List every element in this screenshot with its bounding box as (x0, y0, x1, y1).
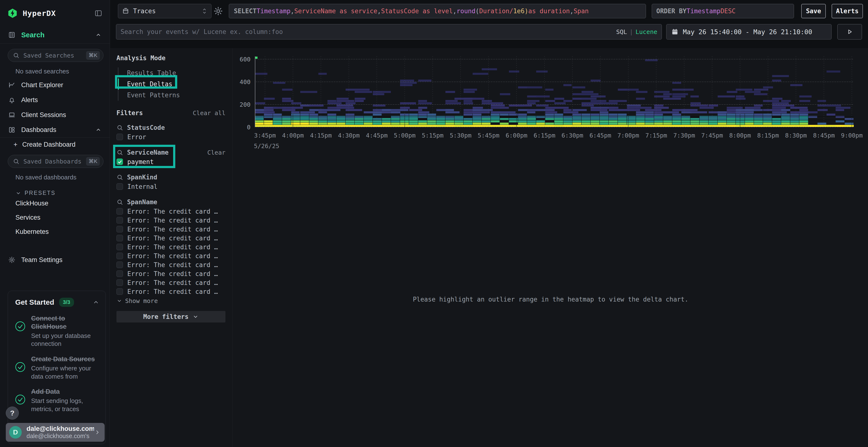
filter-option-label: Error: The credit card … (127, 252, 218, 260)
checkbox-unchecked[interactable] (117, 253, 123, 259)
preset-services[interactable]: Services (0, 210, 110, 225)
filter-option-error-the-credit-card-[interactable]: Error: The credit card … (117, 251, 225, 260)
sql-token: ) (524, 7, 528, 15)
more-filters-button[interactable]: More filters (117, 311, 225, 322)
sidebar-item-team-settings[interactable]: Team Settings (0, 252, 110, 267)
sidebar-item-chart-explorer[interactable]: Chart Explorer (0, 77, 110, 93)
duration-heatmap[interactable] (255, 56, 854, 127)
clear-filter-link[interactable]: Clear (207, 149, 225, 156)
filter-option-error[interactable]: Error (117, 133, 225, 141)
checkbox-unchecked[interactable] (117, 279, 123, 286)
gear-icon (8, 256, 16, 264)
filter-option-error-the-credit-card-[interactable]: Error: The credit card … (117, 207, 225, 216)
filter-option-label: Error: The credit card … (127, 279, 218, 286)
create-dashboard-button[interactable]: + Create Dashboard (0, 138, 110, 151)
filter-option-error-the-credit-card-[interactable]: Error: The credit card … (117, 225, 225, 234)
user-menu[interactable]: D dale@clickhouse.com dale@clickhouse.co… (6, 423, 105, 442)
presets-toggle[interactable]: PRESETS (0, 183, 110, 196)
get-started-step-add-data[interactable]: Add Data Start sending logs, metrics, or… (8, 382, 105, 415)
filter-group-header[interactable]: StatusCode (117, 123, 225, 133)
x-tick-label: 6:00pm (506, 132, 527, 139)
get-started-step-connect[interactable]: Connect to ClickHouse Set up your databa… (8, 309, 105, 350)
filter-option-error-the-credit-card-[interactable]: Error: The credit card … (117, 278, 225, 287)
sql-select-input[interactable]: SELECT Timestamp, ServiceName as service… (229, 4, 646, 18)
source-select-value: Traces (133, 7, 156, 15)
filter-option-error-the-credit-card-[interactable]: Error: The credit card … (117, 269, 225, 278)
get-started-header[interactable]: Get Started 3/3 (8, 291, 105, 309)
show-more-link[interactable]: Show more (117, 296, 225, 306)
sidebar-item-dashboards[interactable]: Dashboards (0, 122, 110, 137)
saved-searches-input[interactable] (23, 52, 86, 59)
x-tick-label: 4:15pm (310, 132, 332, 139)
clear-all-filters-link[interactable]: Clear all (193, 110, 225, 116)
preset-clickhouse[interactable]: ClickHouse (0, 196, 110, 210)
sql-token: , (453, 7, 457, 15)
filter-option-error-the-credit-card-[interactable]: Error: The credit card … (117, 243, 225, 251)
filter-option-payment[interactable]: payment (117, 157, 225, 166)
show-more-label: Show more (125, 298, 158, 304)
analysis-mode-option-results-table[interactable]: Results Table (118, 67, 225, 78)
analysis-mode-option-event-deltas[interactable]: Event Deltas (118, 78, 225, 90)
time-range-picker[interactable]: May 26 15:40:00 - May 26 21:10:00 (666, 24, 832, 39)
checkbox-unchecked[interactable] (117, 183, 123, 190)
checkbox-unchecked[interactable] (117, 134, 123, 140)
filter-group-servicename: ServiceNameClearpayment (117, 148, 225, 166)
checkbox-unchecked[interactable] (117, 235, 123, 241)
lang-lucene[interactable]: Lucene (636, 28, 657, 35)
filter-option-error-the-credit-card-[interactable]: Error: The credit card … (117, 216, 225, 225)
sql-token: / (509, 7, 513, 15)
sql-token: Duration (479, 7, 509, 15)
filter-option-internal[interactable]: Internal (117, 182, 225, 191)
checkbox-unchecked[interactable] (117, 288, 123, 295)
sidebar-collapse-icon[interactable] (94, 9, 102, 18)
checkbox-unchecked[interactable] (117, 244, 123, 250)
checkbox-unchecked[interactable] (117, 271, 123, 277)
save-button[interactable]: Save (801, 4, 826, 18)
y-tick-label: 400 (233, 78, 250, 85)
checkbox-unchecked[interactable] (117, 208, 123, 215)
checkbox-unchecked[interactable] (117, 262, 123, 268)
avatar: D (9, 426, 22, 439)
checkbox-unchecked[interactable] (117, 226, 123, 232)
run-query-button[interactable] (837, 24, 862, 39)
sidebar-item-client-sessions[interactable]: Client Sessions (0, 107, 110, 122)
filter-option-error-the-credit-card-[interactable]: Error: The credit card … (117, 234, 225, 243)
sql-orderby-input[interactable]: ORDER BY Timestamp DESC (652, 4, 794, 18)
event-search-input[interactable] (121, 28, 613, 35)
sidebar-item-search[interactable]: Search (0, 27, 110, 43)
analysis-mode-title: Analysis Mode (117, 55, 225, 62)
delta-chart-placeholder-message: Please highlight an outlier range in the… (233, 296, 868, 303)
filter-option-error-the-credit-card-[interactable]: Error: The credit card … (117, 287, 225, 296)
x-tick-label: 3:45pm (254, 132, 276, 139)
y-tick-label: 0 (233, 124, 250, 131)
source-select[interactable]: Traces (118, 4, 212, 18)
get-started-step-sources[interactable]: Create Data Sources Configure where your… (8, 350, 105, 382)
search-icon (13, 158, 20, 165)
saved-searches-pill[interactable]: ⌘K (8, 49, 103, 62)
app-title: HyperDX (23, 9, 56, 18)
chevron-up-icon (95, 127, 101, 133)
saved-dashboards-pill[interactable]: ⌘K (8, 155, 103, 168)
filter-group-header[interactable]: SpanName (117, 197, 225, 207)
x-tick-label: 8:00pm (729, 132, 751, 139)
x-tick-label: 7:00pm (618, 132, 639, 139)
database-icon (122, 7, 129, 15)
saved-dashboards-input[interactable] (23, 158, 86, 165)
filter-group-header[interactable]: ServiceNameClear (117, 148, 225, 157)
preset-kubernetes[interactable]: Kubernetes (0, 225, 110, 239)
filter-group-header[interactable]: SpanKind (117, 172, 225, 182)
alerts-button[interactable]: Alerts (832, 4, 863, 18)
checkbox-unchecked[interactable] (117, 217, 123, 224)
filter-option-label: Error: The credit card … (127, 288, 218, 295)
analysis-mode-option-event-patterns[interactable]: Event Patterns (118, 90, 225, 101)
sql-token: StatusCode as level (381, 7, 453, 15)
filter-group-name: SpanName (127, 199, 157, 206)
help-button[interactable]: ? (6, 407, 19, 419)
sidebar-item-alerts[interactable]: Alerts (0, 93, 110, 107)
filter-option-error-the-credit-card-[interactable]: Error: The credit card … (117, 260, 225, 269)
checkbox-checked[interactable] (117, 159, 123, 165)
no-saved-dashboards-text: No saved dashboards (0, 168, 110, 183)
source-settings-gear-icon[interactable] (213, 6, 223, 16)
lang-sql[interactable]: SQL (616, 28, 627, 35)
divider (0, 43, 110, 44)
